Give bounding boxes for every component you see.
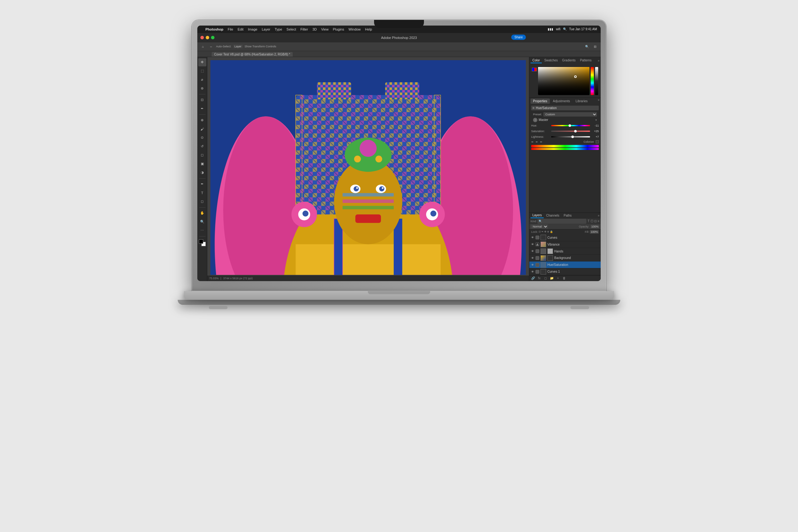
fg-color-swatch[interactable] xyxy=(199,239,203,244)
brush-btn[interactable]: 🖌 xyxy=(198,125,206,133)
maximize-button[interactable] xyxy=(211,36,214,39)
layer-row-huesat[interactable]: 👁 Hue/Saturation xyxy=(529,262,601,268)
hue-bar[interactable] xyxy=(591,67,594,95)
menu-plugins[interactable]: Plugins xyxy=(333,27,344,31)
clone-stamp-btn[interactable]: ⊙ xyxy=(198,134,206,142)
layer-row-curves1[interactable]: 👁 Curves 1 xyxy=(529,268,601,275)
link-layers-icon[interactable]: 🔗 xyxy=(531,276,535,281)
hue-thumb[interactable] xyxy=(569,125,571,127)
marquee-tool-btn[interactable]: ⬚ xyxy=(198,67,206,75)
layer-row-vibrance[interactable]: 👁 Vibrance xyxy=(529,241,601,248)
minimize-button[interactable] xyxy=(206,36,209,39)
eyedropper-2-icon[interactable]: ✒ xyxy=(535,140,538,144)
move-tool-btn[interactable]: ✥ xyxy=(198,58,206,66)
lock-art-icon[interactable]: ⊕ xyxy=(547,230,549,233)
layer-visibility-bg[interactable]: 👁 xyxy=(531,256,534,260)
eyedropper-btn[interactable]: ✒ xyxy=(198,105,206,113)
menu-filter[interactable]: Filter xyxy=(301,27,308,31)
layers-menu-icon[interactable]: ≡ xyxy=(598,214,600,217)
layer-visibility-vibrance[interactable]: 👁 xyxy=(531,243,534,246)
menu-edit[interactable]: Edit xyxy=(238,27,244,31)
tab-adjustments[interactable]: Adjustments xyxy=(551,98,573,104)
layer-visibility-curves[interactable]: 👁 xyxy=(531,235,534,239)
light-thumb[interactable] xyxy=(571,136,574,138)
zoom-btn[interactable]: 🔍 xyxy=(198,218,206,226)
close-button[interactable] xyxy=(201,36,204,39)
layer-dropdown[interactable]: Layer xyxy=(233,44,243,48)
layer-row-hands[interactable]: 👁 Hands xyxy=(529,248,601,255)
lock-move-icon[interactable]: ✥ xyxy=(544,230,547,233)
layer-row-curves[interactable]: 👁 Curves xyxy=(529,234,601,241)
gradient-btn[interactable]: ▣ xyxy=(198,160,206,168)
channel-dropdown[interactable]: ▾ xyxy=(595,118,597,121)
opacity-value[interactable]: 100% xyxy=(590,225,600,228)
add-mask-icon[interactable]: ◻ xyxy=(543,276,548,281)
lasso-tool-btn[interactable]: ⌀ xyxy=(198,76,206,84)
menu-image[interactable]: Image xyxy=(248,27,258,31)
text-btn[interactable]: T xyxy=(198,189,206,197)
channel-value[interactable]: Master xyxy=(539,118,594,121)
move-tool[interactable]: ↔ xyxy=(208,43,214,50)
hue-slider[interactable] xyxy=(551,125,590,126)
fill-value[interactable]: 100% xyxy=(590,230,599,234)
tab-gradients[interactable]: Gradients xyxy=(560,58,577,63)
opacity-bar[interactable] xyxy=(595,67,598,95)
pen-btn[interactable]: ✒ xyxy=(198,180,206,188)
crop-tool-btn[interactable]: ⊡ xyxy=(198,96,206,104)
layer-row-bg[interactable]: 👁 Background xyxy=(529,254,601,262)
search-panel-icon[interactable]: 🔍 xyxy=(584,43,590,50)
sat-slider-container[interactable] xyxy=(551,129,590,133)
delete-layer-icon[interactable]: 🗑 xyxy=(562,276,567,281)
color-cursor[interactable] xyxy=(574,75,577,78)
blend-mode-select[interactable]: Normal xyxy=(531,224,548,229)
preset-select[interactable]: Custom xyxy=(543,112,597,117)
dodge-btn[interactable]: ◑ xyxy=(198,169,206,177)
eyedropper-1-icon[interactable]: ✒ xyxy=(531,140,534,144)
color-spectrum[interactable] xyxy=(538,67,589,95)
eyedropper-3-icon[interactable]: ✒ xyxy=(540,140,543,144)
layer-visibility-huesat[interactable]: 👁 xyxy=(531,263,534,267)
light-slider-container[interactable] xyxy=(551,135,590,139)
colorize-checkbox[interactable] xyxy=(596,140,599,144)
hue-slider-container[interactable] xyxy=(551,124,590,128)
menu-select[interactable]: Select xyxy=(286,27,296,31)
menu-layer[interactable]: Layer xyxy=(262,27,270,31)
menu-view[interactable]: View xyxy=(321,27,328,31)
tab-layers[interactable]: Layers xyxy=(531,213,544,218)
lock-all-icon[interactable]: 🔒 xyxy=(550,230,553,233)
search-icon[interactable]: 🔍 xyxy=(563,27,567,31)
collapse-icon[interactable]: ⊟ xyxy=(592,43,598,50)
layers-search[interactable]: 🔍 xyxy=(537,219,586,224)
menu-3d[interactable]: 3D xyxy=(312,27,317,31)
panel-menu-icon[interactable]: ≡ xyxy=(598,59,600,62)
menu-window[interactable]: Window xyxy=(348,27,361,31)
magic-wand-btn[interactable]: ⊛ xyxy=(198,84,206,93)
history-brush-btn[interactable]: ↺ xyxy=(198,142,206,151)
filter-icons[interactable]: T ⓕ ⊡ ≡ xyxy=(588,219,600,224)
menu-file[interactable]: File xyxy=(228,27,233,31)
canvas[interactable] xyxy=(210,60,526,275)
new-layer-icon[interactable]: + xyxy=(555,276,560,281)
layer-visibility-hands[interactable]: 👁 xyxy=(531,249,534,253)
tab-libraries[interactable]: Libraries xyxy=(573,98,590,104)
menu-type[interactable]: Type xyxy=(274,27,282,31)
hand-btn[interactable]: ✋ xyxy=(198,209,206,217)
shape-btn[interactable]: ◻ xyxy=(198,197,206,206)
spot-heal-btn[interactable]: ⊕ xyxy=(198,116,206,125)
sat-slider[interactable] xyxy=(551,131,590,132)
fx-icon[interactable]: fx xyxy=(537,276,542,281)
home-icon[interactable]: ⌂ xyxy=(200,43,206,50)
light-slider[interactable] xyxy=(551,136,590,137)
props-menu-icon[interactable]: ≡ xyxy=(598,98,600,104)
new-group-icon[interactable]: 📁 xyxy=(549,276,554,281)
tab-patterns[interactable]: Patterns xyxy=(578,58,593,63)
tab-paths[interactable]: Paths xyxy=(562,213,573,218)
lock-brush-icon[interactable]: ✒ xyxy=(542,230,544,233)
menu-help[interactable]: Help xyxy=(365,27,372,31)
sat-thumb[interactable] xyxy=(574,130,577,132)
lock-transparent-icon[interactable]: ⊡ xyxy=(539,230,541,233)
extra-tools-btn[interactable]: ⋯ xyxy=(198,227,206,235)
layer-visibility-curves1[interactable]: 👁 xyxy=(531,270,534,274)
tab-channels[interactable]: Channels xyxy=(544,213,561,218)
tab-swatches[interactable]: Swatches xyxy=(543,58,559,63)
